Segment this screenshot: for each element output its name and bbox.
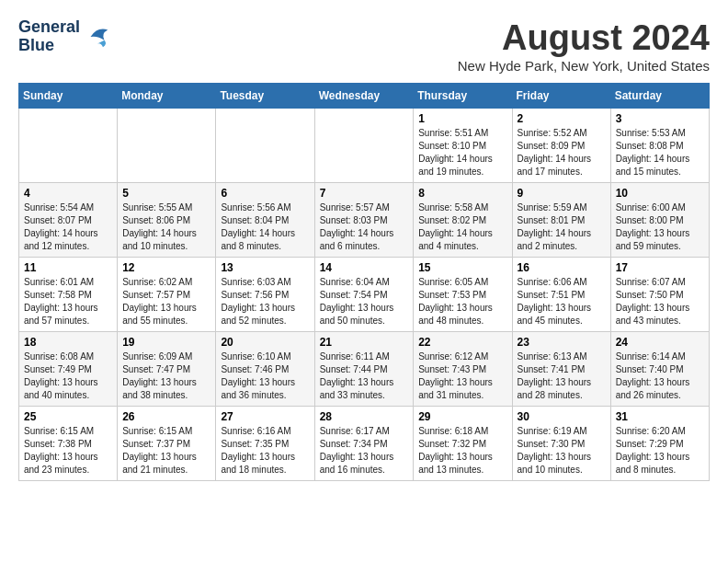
day-info: Sunrise: 6:07 AM Sunset: 7:50 PM Dayligh…	[616, 276, 704, 327]
calendar-cell: 14Sunrise: 6:04 AM Sunset: 7:54 PM Dayli…	[314, 258, 414, 332]
day-number: 2	[518, 112, 606, 125]
calendar-cell: 28Sunrise: 6:17 AM Sunset: 7:34 PM Dayli…	[314, 407, 414, 481]
day-info: Sunrise: 6:12 AM Sunset: 7:43 PM Dayligh…	[418, 350, 506, 402]
day-info: Sunrise: 5:55 AM Sunset: 8:06 PM Dayligh…	[122, 201, 210, 253]
weekday-header: Tuesday	[216, 84, 314, 109]
day-number: 1	[418, 112, 506, 125]
day-info: Sunrise: 6:18 AM Sunset: 7:32 PM Dayligh…	[418, 425, 506, 477]
calendar-cell: 25Sunrise: 6:15 AM Sunset: 7:38 PM Dayli…	[19, 407, 118, 481]
day-number: 28	[320, 410, 409, 423]
weekday-header: Thursday	[414, 84, 512, 109]
day-number: 18	[24, 336, 112, 349]
day-number: 20	[221, 336, 309, 349]
calendar-cell: 21Sunrise: 6:11 AM Sunset: 7:44 PM Dayli…	[314, 332, 414, 407]
day-number: 10	[616, 187, 704, 200]
calendar-cell: 12Sunrise: 6:02 AM Sunset: 7:57 PM Dayli…	[118, 258, 216, 332]
day-info: Sunrise: 5:57 AM Sunset: 8:03 PM Dayligh…	[320, 201, 409, 253]
location-subtitle: New Hyde Park, New York, United States	[458, 58, 710, 74]
day-number: 29	[418, 410, 506, 423]
calendar-cell: 3Sunrise: 5:53 AM Sunset: 8:08 PM Daylig…	[610, 109, 709, 183]
day-info: Sunrise: 6:15 AM Sunset: 7:37 PM Dayligh…	[122, 425, 210, 477]
day-info: Sunrise: 6:19 AM Sunset: 7:30 PM Dayligh…	[518, 425, 606, 477]
day-number: 14	[320, 261, 409, 274]
day-info: Sunrise: 5:56 AM Sunset: 8:04 PM Dayligh…	[221, 201, 309, 253]
calendar-cell: 22Sunrise: 6:12 AM Sunset: 7:43 PM Dayli…	[414, 332, 512, 407]
day-number: 23	[518, 336, 606, 349]
day-info: Sunrise: 6:16 AM Sunset: 7:35 PM Dayligh…	[221, 425, 309, 477]
day-info: Sunrise: 6:10 AM Sunset: 7:46 PM Dayligh…	[221, 350, 309, 402]
calendar-cell: 7Sunrise: 5:57 AM Sunset: 8:03 PM Daylig…	[314, 183, 414, 258]
calendar-cell: 18Sunrise: 6:08 AM Sunset: 7:49 PM Dayli…	[19, 332, 118, 407]
day-info: Sunrise: 6:03 AM Sunset: 7:56 PM Dayligh…	[221, 276, 309, 327]
weekday-header: Friday	[512, 84, 610, 109]
weekday-header: Sunday	[19, 84, 118, 109]
calendar-cell: 2Sunrise: 5:52 AM Sunset: 8:09 PM Daylig…	[512, 109, 610, 183]
day-number: 16	[518, 261, 606, 274]
logo-bird-icon	[84, 23, 111, 51]
day-info: Sunrise: 6:08 AM Sunset: 7:49 PM Dayligh…	[24, 350, 112, 402]
calendar-cell: 30Sunrise: 6:19 AM Sunset: 7:30 PM Dayli…	[512, 407, 610, 481]
day-number: 17	[616, 261, 704, 274]
day-number: 30	[518, 410, 606, 423]
calendar-cell: 24Sunrise: 6:14 AM Sunset: 7:40 PM Dayli…	[610, 332, 709, 407]
calendar-cell: 19Sunrise: 6:09 AM Sunset: 7:47 PM Dayli…	[118, 332, 216, 407]
calendar-week-row: 11Sunrise: 6:01 AM Sunset: 7:58 PM Dayli…	[19, 258, 710, 332]
calendar-cell: 9Sunrise: 5:59 AM Sunset: 8:01 PM Daylig…	[512, 183, 610, 258]
day-number: 11	[24, 261, 112, 274]
day-info: Sunrise: 5:59 AM Sunset: 8:01 PM Dayligh…	[518, 201, 606, 253]
day-info: Sunrise: 6:01 AM Sunset: 7:58 PM Dayligh…	[24, 276, 112, 327]
calendar-cell	[314, 109, 414, 183]
day-info: Sunrise: 6:00 AM Sunset: 8:00 PM Dayligh…	[616, 201, 704, 253]
day-number: 24	[616, 336, 704, 349]
calendar-week-row: 18Sunrise: 6:08 AM Sunset: 7:49 PM Dayli…	[19, 332, 710, 407]
day-number: 25	[24, 410, 112, 423]
day-number: 7	[320, 187, 409, 200]
calendar-cell: 17Sunrise: 6:07 AM Sunset: 7:50 PM Dayli…	[610, 258, 709, 332]
calendar-week-row: 4Sunrise: 5:54 AM Sunset: 8:07 PM Daylig…	[19, 183, 710, 258]
day-info: Sunrise: 6:04 AM Sunset: 7:54 PM Dayligh…	[320, 276, 409, 327]
logo-text: General Blue	[18, 18, 80, 55]
month-title: August 2024	[458, 18, 710, 58]
day-number: 13	[221, 261, 309, 274]
title-block: August 2024 New Hyde Park, New York, Uni…	[458, 18, 710, 74]
calendar-cell: 13Sunrise: 6:03 AM Sunset: 7:56 PM Dayli…	[216, 258, 314, 332]
calendar-cell	[216, 109, 314, 183]
calendar-cell: 20Sunrise: 6:10 AM Sunset: 7:46 PM Dayli…	[216, 332, 314, 407]
day-number: 8	[418, 187, 506, 200]
logo: General Blue	[18, 18, 111, 55]
calendar-cell: 8Sunrise: 5:58 AM Sunset: 8:02 PM Daylig…	[414, 183, 512, 258]
calendar-cell: 16Sunrise: 6:06 AM Sunset: 7:51 PM Dayli…	[512, 258, 610, 332]
day-info: Sunrise: 6:02 AM Sunset: 7:57 PM Dayligh…	[122, 276, 210, 327]
calendar-cell	[118, 109, 216, 183]
weekday-header: Wednesday	[314, 84, 414, 109]
day-number: 15	[418, 261, 506, 274]
calendar-cell: 15Sunrise: 6:05 AM Sunset: 7:53 PM Dayli…	[414, 258, 512, 332]
calendar-week-row: 25Sunrise: 6:15 AM Sunset: 7:38 PM Dayli…	[19, 407, 710, 481]
day-number: 12	[122, 261, 210, 274]
day-info: Sunrise: 6:06 AM Sunset: 7:51 PM Dayligh…	[518, 276, 606, 327]
calendar-cell: 23Sunrise: 6:13 AM Sunset: 7:41 PM Dayli…	[512, 332, 610, 407]
day-info: Sunrise: 6:09 AM Sunset: 7:47 PM Dayligh…	[122, 350, 210, 402]
day-info: Sunrise: 6:11 AM Sunset: 7:44 PM Dayligh…	[320, 350, 409, 402]
day-info: Sunrise: 6:17 AM Sunset: 7:34 PM Dayligh…	[320, 425, 409, 477]
calendar-cell	[19, 109, 118, 183]
calendar-cell: 6Sunrise: 5:56 AM Sunset: 8:04 PM Daylig…	[216, 183, 314, 258]
calendar-cell: 26Sunrise: 6:15 AM Sunset: 7:37 PM Dayli…	[118, 407, 216, 481]
calendar-cell: 5Sunrise: 5:55 AM Sunset: 8:06 PM Daylig…	[118, 183, 216, 258]
day-info: Sunrise: 6:14 AM Sunset: 7:40 PM Dayligh…	[616, 350, 704, 402]
calendar-cell: 31Sunrise: 6:20 AM Sunset: 7:29 PM Dayli…	[610, 407, 709, 481]
day-number: 4	[24, 187, 112, 200]
day-number: 26	[122, 410, 210, 423]
calendar-cell: 1Sunrise: 5:51 AM Sunset: 8:10 PM Daylig…	[414, 109, 512, 183]
calendar-week-row: 1Sunrise: 5:51 AM Sunset: 8:10 PM Daylig…	[19, 109, 710, 183]
day-number: 27	[221, 410, 309, 423]
day-number: 19	[122, 336, 210, 349]
weekday-header: Saturday	[610, 84, 709, 109]
day-number: 6	[221, 187, 309, 200]
day-info: Sunrise: 5:53 AM Sunset: 8:08 PM Dayligh…	[616, 127, 704, 178]
weekday-header: Monday	[118, 84, 216, 109]
day-info: Sunrise: 5:54 AM Sunset: 8:07 PM Dayligh…	[24, 201, 112, 253]
day-info: Sunrise: 6:15 AM Sunset: 7:38 PM Dayligh…	[24, 425, 112, 477]
day-number: 22	[418, 336, 506, 349]
day-number: 9	[518, 187, 606, 200]
